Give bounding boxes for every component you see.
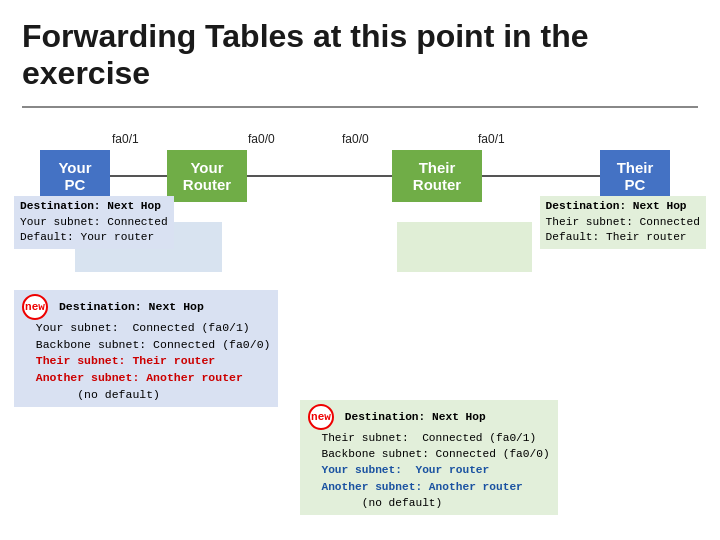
new-badge-your-router: new xyxy=(22,294,48,320)
table-your-router-row-1: Your subnet: Connected (fa0/1) xyxy=(22,321,250,334)
table-their-router: new Destination: Next Hop Their subnet: … xyxy=(300,400,558,515)
table-their-router-row-2: Backbone subnet: Connected (fa0/0) xyxy=(308,448,550,460)
table-your-router: new Destination: Next Hop Your subnet: C… xyxy=(14,290,278,407)
table-your-router-row-2: Backbone subnet: Connected (fa0/0) xyxy=(22,338,270,351)
table-your-pc: Destination: Next Hop Your subnet: Conne… xyxy=(14,196,174,249)
node-their-router: TheirRouter xyxy=(392,150,482,202)
iface-label-fa01-their: fa0/1 xyxy=(478,132,505,146)
table-your-router-row-4: Another subnet: Another router xyxy=(22,371,243,384)
divider xyxy=(22,106,698,108)
iface-label-fa00-their: fa0/0 xyxy=(342,132,369,146)
table-your-router-row-3: Their subnet: Their router xyxy=(22,354,215,367)
table-their-router-row-1: Their subnet: Connected (fa0/1) xyxy=(308,432,536,444)
iface-label-fa01-left: fa0/1 xyxy=(112,132,139,146)
table-their-router-row-5: (no default) xyxy=(308,497,442,509)
table-their-router-row-4: Another subnet: Another router xyxy=(308,481,523,493)
new-badge-their-router: new xyxy=(308,404,334,430)
slide-title: Forwarding Tables at this point in the e… xyxy=(22,18,698,92)
table-your-pc-row-1: Your subnet: Connected xyxy=(20,215,168,231)
table-your-pc-row-2: Default: Your router xyxy=(20,230,168,246)
node-your-pc: YourPC xyxy=(40,150,110,202)
table-their-router-row-3: Your subnet: Your router xyxy=(308,464,489,476)
table-your-router-row-5: (no default) xyxy=(22,388,160,401)
table-their-pc-content: Destination: Next Hop Their subnet: Conn… xyxy=(540,196,706,249)
table-their-pc-header: Destination: Next Hop xyxy=(546,199,700,215)
table-their-router-header: Destination: Next Hop xyxy=(345,411,486,423)
iface-label-fa00-your: fa0/0 xyxy=(248,132,275,146)
table-their-pc: Destination: Next Hop Their subnet: Conn… xyxy=(540,196,706,249)
slide: Forwarding Tables at this point in the e… xyxy=(0,0,720,540)
table-your-pc-content: Destination: Next Hop Your subnet: Conne… xyxy=(14,196,174,249)
node-their-pc: TheirPC xyxy=(600,150,670,202)
table-your-router-header: Destination: Next Hop xyxy=(59,300,204,313)
svg-marker-10 xyxy=(397,222,532,272)
table-their-pc-row-1: Their subnet: Connected xyxy=(546,215,700,231)
table-your-pc-header: Destination: Next Hop xyxy=(20,199,168,215)
table-their-pc-row-2: Default: Their router xyxy=(546,230,700,246)
node-your-router: YourRouter xyxy=(167,150,247,202)
